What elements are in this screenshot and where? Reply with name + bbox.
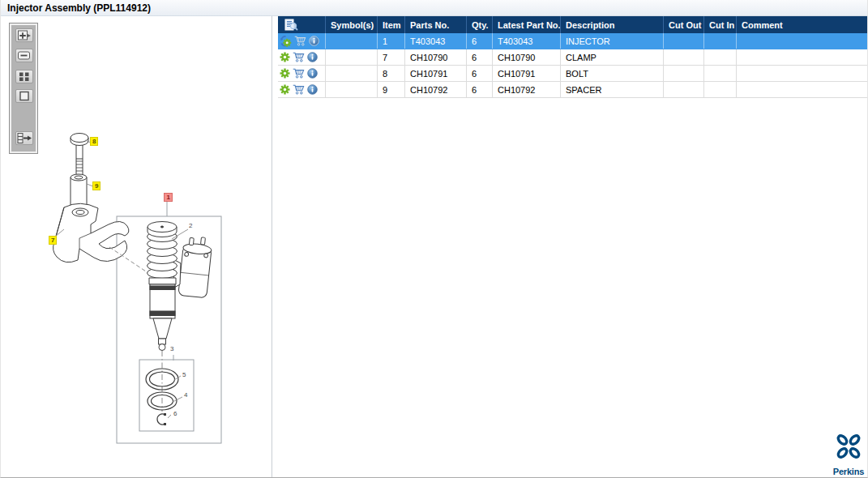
cell-cut-out xyxy=(663,66,703,81)
cell-symbols xyxy=(325,66,377,81)
callout-5[interactable]: 5 xyxy=(182,371,186,378)
zoom-in-button[interactable] xyxy=(15,28,33,42)
cell-cut-in xyxy=(703,49,736,65)
column-header-qty: Qty. xyxy=(466,16,492,33)
cell-cut-in xyxy=(703,82,736,97)
perkins-wordmark: Perkins xyxy=(831,467,866,476)
table-row[interactable]: 7 CH10790 6 CH10790 CLAMP xyxy=(278,49,868,66)
cell-parts-no: CH10792 xyxy=(404,82,466,97)
cell-cut-in xyxy=(703,33,736,49)
cell-comment xyxy=(736,49,868,65)
cell-cut-out xyxy=(663,49,703,65)
row-tools-cell xyxy=(278,49,325,65)
titlebar: Injector Assembly (PPL114912) xyxy=(1,0,867,16)
zoom-region-button[interactable] xyxy=(15,70,33,83)
cell-qty: 6 xyxy=(466,82,492,97)
view-toolbar xyxy=(9,23,38,154)
cell-symbols xyxy=(325,82,377,97)
add-to-cart-icon[interactable] xyxy=(293,52,305,62)
cell-parts-no: T403043 xyxy=(404,33,466,49)
fit-page-icon xyxy=(18,91,31,101)
column-header-symbols: Symbol(s) xyxy=(325,16,377,33)
zoom-out-icon xyxy=(17,50,32,61)
cell-comment xyxy=(736,82,868,97)
toggle-panel-button[interactable] xyxy=(15,131,33,145)
parts-catalog-window: Injector Assembly (PPL114912) xyxy=(0,0,868,478)
callout-7[interactable]: 7 xyxy=(49,236,57,245)
select-part-gear-icon[interactable] xyxy=(280,52,290,62)
cell-description: BOLT xyxy=(560,66,663,81)
cell-qty: 6 xyxy=(466,66,492,81)
page-title: Injector Assembly (PPL114912) xyxy=(7,2,151,14)
cell-description: INJECTOR xyxy=(560,33,663,49)
cell-description: SPACER xyxy=(560,82,663,97)
cell-comment xyxy=(736,66,868,81)
table-row[interactable]: 8 CH10791 6 CH10791 BOLT xyxy=(278,66,868,82)
cell-item: 1 xyxy=(377,33,404,49)
fit-page-button[interactable] xyxy=(15,89,33,103)
add-to-cart-icon[interactable] xyxy=(293,84,305,95)
cell-latest-part-no: CH10791 xyxy=(492,66,560,81)
cell-cut-out xyxy=(663,33,703,49)
cell-symbols xyxy=(325,33,377,49)
part-info-icon[interactable] xyxy=(307,68,318,79)
exploded-parts-drawing xyxy=(1,16,272,478)
perkins-logo: Perkins xyxy=(831,432,866,476)
callout-3[interactable]: 3 xyxy=(170,345,173,352)
diagram-panel: 8 9 7 1 2 3 5 4 6 xyxy=(1,16,272,478)
callout-8[interactable]: 8 xyxy=(90,137,98,146)
cell-parts-no: CH10791 xyxy=(404,66,466,81)
add-to-cart-icon[interactable] xyxy=(294,36,306,46)
cell-qty: 6 xyxy=(466,33,492,49)
column-header-cut-out: Cut Out xyxy=(663,16,703,33)
cell-cut-out xyxy=(663,82,703,97)
part-info-icon[interactable] xyxy=(307,84,318,95)
cell-latest-part-no: CH10790 xyxy=(492,49,560,65)
cell-item: 7 xyxy=(377,49,404,65)
zoom-region-icon xyxy=(18,71,31,82)
select-part-gear-icon[interactable] xyxy=(280,36,292,47)
table-row[interactable]: 9 CH10792 6 CH10792 SPACER xyxy=(278,82,868,98)
callout-4[interactable]: 4 xyxy=(184,391,187,399)
cell-description: CLAMP xyxy=(560,49,663,65)
parts-table: Symbol(s) Item Parts No. Qty. Latest Par… xyxy=(278,16,868,98)
perkins-logo-icon xyxy=(835,432,862,463)
callout-9[interactable]: 9 xyxy=(92,181,100,190)
cell-latest-part-no: T403043 xyxy=(492,33,560,49)
part-info-icon[interactable] xyxy=(307,52,318,62)
table-row[interactable]: 1 T403043 6 T403043 INJECTOR xyxy=(278,33,868,49)
row-tools-cell xyxy=(278,66,325,81)
cell-symbols xyxy=(325,49,377,65)
cell-comment xyxy=(736,33,868,49)
zoom-in-icon xyxy=(17,30,32,41)
part-info-icon[interactable] xyxy=(309,36,319,46)
zoom-out-button[interactable] xyxy=(15,49,33,62)
column-header-comment: Comment xyxy=(736,16,868,33)
cell-item: 8 xyxy=(377,66,404,81)
add-to-cart-icon[interactable] xyxy=(293,68,305,79)
column-header-description: Description xyxy=(560,16,663,33)
callout-1[interactable]: 1 xyxy=(164,193,173,202)
column-header-cut-in: Cut In xyxy=(703,16,736,33)
cell-latest-part-no: CH10792 xyxy=(492,82,560,97)
row-tools-cell xyxy=(278,33,325,49)
toggle-panel-icon xyxy=(16,132,32,144)
cell-item: 9 xyxy=(377,82,404,97)
table-header-row: Symbol(s) Item Parts No. Qty. Latest Par… xyxy=(278,16,868,33)
image-view-icon[interactable] xyxy=(284,19,298,32)
row-tools-cell xyxy=(278,82,325,97)
cell-parts-no: CH10790 xyxy=(404,49,466,65)
cell-cut-in xyxy=(703,66,736,81)
callout-2[interactable]: 2 xyxy=(189,222,192,229)
column-header-parts-no: Parts No. xyxy=(404,16,466,33)
callout-6[interactable]: 6 xyxy=(173,410,177,417)
select-part-gear-icon[interactable] xyxy=(280,84,290,95)
column-header-item: Item xyxy=(377,16,404,33)
column-header-tools xyxy=(278,16,325,33)
column-header-latest-part-no: Latest Part No. xyxy=(492,16,560,33)
cell-qty: 6 xyxy=(466,49,492,65)
select-part-gear-icon[interactable] xyxy=(280,68,290,79)
